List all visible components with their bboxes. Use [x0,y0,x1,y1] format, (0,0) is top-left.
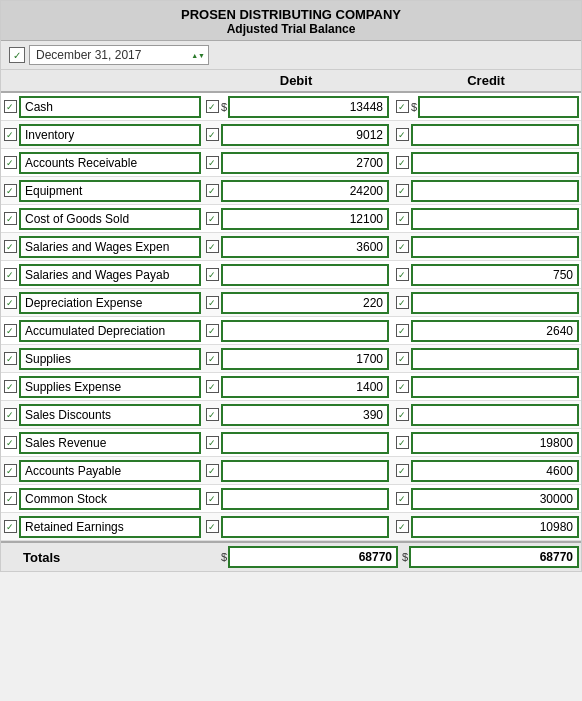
credit-check-14[interactable]: ✓ [393,492,411,505]
date-select[interactable]: December 31, 2017 [29,45,209,65]
checkbox-8[interactable]: ✓ [4,324,17,337]
debit-checkbox-13[interactable]: ✓ [206,464,219,477]
credit-checkbox-5[interactable]: ✓ [396,240,409,253]
credit-check-2[interactable]: ✓ [393,156,411,169]
debit-check-3[interactable]: ✓ [203,184,221,197]
row-check-11[interactable]: ✓ [1,408,19,421]
credit-field-3[interactable] [411,180,579,202]
debit-checkbox-3[interactable]: ✓ [206,184,219,197]
credit-check-0[interactable]: ✓ [393,100,411,113]
debit-check-11[interactable]: ✓ [203,408,221,421]
debit-check-6[interactable]: ✓ [203,268,221,281]
checkbox-14[interactable]: ✓ [4,492,17,505]
checkbox-1[interactable]: ✓ [4,128,17,141]
debit-checkbox-4[interactable]: ✓ [206,212,219,225]
account-cell-12[interactable]: Sales Revenue [19,432,201,454]
credit-field-12[interactable]: 19800 [411,432,579,454]
credit-check-3[interactable]: ✓ [393,184,411,197]
credit-checkbox-4[interactable]: ✓ [396,212,409,225]
debit-check-15[interactable]: ✓ [203,520,221,533]
credit-checkbox-6[interactable]: ✓ [396,268,409,281]
checkbox-12[interactable]: ✓ [4,436,17,449]
row-check-9[interactable]: ✓ [1,352,19,365]
credit-check-7[interactable]: ✓ [393,296,411,309]
credit-field-9[interactable] [411,348,579,370]
account-cell-7[interactable]: Depreciation Expense [19,292,201,314]
checkbox-5[interactable]: ✓ [4,240,17,253]
row-check-5[interactable]: ✓ [1,240,19,253]
credit-field-4[interactable] [411,208,579,230]
debit-check-13[interactable]: ✓ [203,464,221,477]
debit-checkbox-8[interactable]: ✓ [206,324,219,337]
credit-checkbox-12[interactable]: ✓ [396,436,409,449]
account-cell-5[interactable]: Salaries and Wages Expen [19,236,201,258]
debit-field-9[interactable]: 1700 [221,348,389,370]
debit-field-8[interactable] [221,320,389,342]
checkbox-13[interactable]: ✓ [4,464,17,477]
credit-checkbox-1[interactable]: ✓ [396,128,409,141]
row-check-15[interactable]: ✓ [1,520,19,533]
credit-field-1[interactable] [411,124,579,146]
credit-checkbox-0[interactable]: ✓ [396,100,409,113]
debit-checkbox-15[interactable]: ✓ [206,520,219,533]
account-cell-10[interactable]: Supplies Expense [19,376,201,398]
debit-check-0[interactable]: ✓ [203,100,221,113]
debit-checkbox-11[interactable]: ✓ [206,408,219,421]
credit-field-8[interactable]: 2640 [411,320,579,342]
credit-field-13[interactable]: 4600 [411,460,579,482]
credit-checkbox-9[interactable]: ✓ [396,352,409,365]
credit-check-15[interactable]: ✓ [393,520,411,533]
credit-check-9[interactable]: ✓ [393,352,411,365]
debit-check-9[interactable]: ✓ [203,352,221,365]
credit-checkbox-7[interactable]: ✓ [396,296,409,309]
debit-check-7[interactable]: ✓ [203,296,221,309]
credit-check-11[interactable]: ✓ [393,408,411,421]
debit-field-5[interactable]: 3600 [221,236,389,258]
row-check-4[interactable]: ✓ [1,212,19,225]
debit-checkbox-1[interactable]: ✓ [206,128,219,141]
row-check-10[interactable]: ✓ [1,380,19,393]
totals-debit-amount[interactable]: 68770 [228,546,398,568]
credit-check-4[interactable]: ✓ [393,212,411,225]
debit-field-4[interactable]: 12100 [221,208,389,230]
debit-check-12[interactable]: ✓ [203,436,221,449]
credit-check-10[interactable]: ✓ [393,380,411,393]
row-check-14[interactable]: ✓ [1,492,19,505]
debit-field-13[interactable] [221,460,389,482]
account-cell-11[interactable]: Sales Discounts [19,404,201,426]
debit-field-14[interactable] [221,488,389,510]
account-cell-13[interactable]: Accounts Payable [19,460,201,482]
checkbox-0[interactable]: ✓ [4,100,17,113]
credit-check-13[interactable]: ✓ [393,464,411,477]
debit-field-2[interactable]: 2700 [221,152,389,174]
account-cell-8[interactable]: Accumulated Depreciation [19,320,201,342]
account-cell-14[interactable]: Common Stock [19,488,201,510]
checkbox-2[interactable]: ✓ [4,156,17,169]
row-check-0[interactable]: ✓ [1,100,19,113]
debit-checkbox-7[interactable]: ✓ [206,296,219,309]
row-check-13[interactable]: ✓ [1,464,19,477]
debit-checkbox-12[interactable]: ✓ [206,436,219,449]
checkbox-10[interactable]: ✓ [4,380,17,393]
checkbox-11[interactable]: ✓ [4,408,17,421]
credit-checkbox-3[interactable]: ✓ [396,184,409,197]
account-cell-1[interactable]: Inventory [19,124,201,146]
debit-checkbox-6[interactable]: ✓ [206,268,219,281]
debit-check-2[interactable]: ✓ [203,156,221,169]
credit-field-5[interactable] [411,236,579,258]
credit-check-5[interactable]: ✓ [393,240,411,253]
account-cell-9[interactable]: Supplies [19,348,201,370]
totals-credit-amount[interactable]: 68770 [409,546,579,568]
credit-checkbox-13[interactable]: ✓ [396,464,409,477]
debit-check-8[interactable]: ✓ [203,324,221,337]
debit-field-15[interactable] [221,516,389,538]
credit-checkbox-15[interactable]: ✓ [396,520,409,533]
credit-field-14[interactable]: 30000 [411,488,579,510]
checkbox-15[interactable]: ✓ [4,520,17,533]
checkbox-4[interactable]: ✓ [4,212,17,225]
row-check-6[interactable]: ✓ [1,268,19,281]
credit-field-11[interactable] [411,404,579,426]
credit-checkbox-11[interactable]: ✓ [396,408,409,421]
debit-checkbox-5[interactable]: ✓ [206,240,219,253]
account-cell-2[interactable]: Accounts Receivable [19,152,201,174]
